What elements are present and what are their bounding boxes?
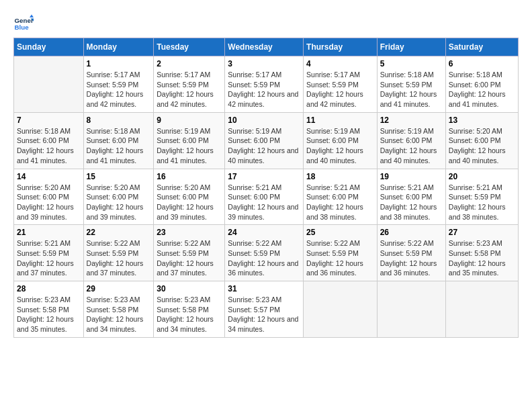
calendar-cell: 16 Sunrise: 5:20 AMSunset: 6:00 PMDaylig… [154,169,225,225]
day-number: 3 [228,59,300,68]
calendar-cell: 25 Sunrise: 5:22 AMSunset: 5:59 PMDaylig… [304,225,378,281]
day-info: Sunrise: 5:22 AMSunset: 5:59 PMDaylight:… [306,238,374,278]
day-info: Sunrise: 5:19 AMSunset: 6:00 PMDaylight:… [228,126,300,166]
calendar-cell: 4 Sunrise: 5:17 AMSunset: 5:59 PMDayligh… [304,56,378,113]
calendar-cell: 10 Sunrise: 5:19 AMSunset: 6:00 PMDaylig… [225,112,304,169]
calendar-cell: 13 Sunrise: 5:20 AMSunset: 6:00 PMDaylig… [445,112,518,169]
day-info: Sunrise: 5:21 AMSunset: 5:59 PMDaylight:… [17,238,81,278]
calendar-cell: 26 Sunrise: 5:22 AMSunset: 5:59 PMDaylig… [377,225,445,281]
day-number: 17 [228,172,300,181]
day-number: 14 [17,172,81,181]
calendar-cell: 24 Sunrise: 5:22 AMSunset: 5:59 PMDaylig… [225,225,304,281]
calendar-cell: 19 Sunrise: 5:21 AMSunset: 6:00 PMDaylig… [377,169,445,225]
calendar-cell: 29 Sunrise: 5:23 AMSunset: 5:58 PMDaylig… [83,281,154,338]
week-row-3: 14 Sunrise: 5:20 AMSunset: 6:00 PMDaylig… [14,169,519,225]
day-number: 22 [87,228,151,237]
header-row: SundayMondayTuesdayWednesdayThursdayFrid… [14,38,519,56]
calendar-cell: 5 Sunrise: 5:18 AMSunset: 5:59 PMDayligh… [377,56,445,113]
day-info: Sunrise: 5:17 AMSunset: 5:59 PMDaylight:… [87,70,151,109]
calendar-cell: 9 Sunrise: 5:19 AMSunset: 6:00 PMDayligh… [154,112,225,169]
svg-text:Blue: Blue [15,24,30,31]
day-info: Sunrise: 5:18 AMSunset: 6:00 PMDaylight:… [17,126,81,166]
day-info: Sunrise: 5:18 AMSunset: 5:59 PMDaylight:… [380,70,443,109]
day-info: Sunrise: 5:17 AMSunset: 5:59 PMDaylight:… [306,70,374,109]
page-header: General Blue [13,13,519,34]
day-info: Sunrise: 5:23 AMSunset: 5:57 PMDaylight:… [228,295,300,334]
day-info: Sunrise: 5:21 AMSunset: 5:59 PMDaylight:… [449,183,515,222]
week-row-2: 7 Sunrise: 5:18 AMSunset: 6:00 PMDayligh… [14,112,519,169]
day-info: Sunrise: 5:23 AMSunset: 5:58 PMDaylight:… [17,295,81,334]
day-number: 16 [157,172,222,181]
day-info: Sunrise: 5:18 AMSunset: 6:00 PMDaylight:… [449,70,515,109]
day-number: 28 [17,284,81,293]
header-thursday: Thursday [304,38,378,56]
header-tuesday: Tuesday [154,38,225,56]
day-number: 31 [228,284,300,293]
day-info: Sunrise: 5:23 AMSunset: 5:58 PMDaylight:… [157,295,222,334]
calendar-cell [445,281,518,338]
day-info: Sunrise: 5:21 AMSunset: 6:00 PMDaylight:… [228,183,300,222]
calendar-cell [304,281,378,338]
day-number: 13 [449,116,515,125]
calendar-cell: 27 Sunrise: 5:23 AMSunset: 5:58 PMDaylig… [445,225,518,281]
day-number: 19 [380,172,443,181]
day-info: Sunrise: 5:21 AMSunset: 6:00 PMDaylight:… [306,183,374,222]
svg-marker-2 [30,15,34,18]
week-row-5: 28 Sunrise: 5:23 AMSunset: 5:58 PMDaylig… [14,281,519,338]
day-number: 4 [306,59,374,68]
calendar-table: SundayMondayTuesdayWednesdayThursdayFrid… [13,38,519,338]
day-info: Sunrise: 5:22 AMSunset: 5:59 PMDaylight:… [380,238,443,278]
day-number: 12 [380,116,443,125]
day-info: Sunrise: 5:19 AMSunset: 6:00 PMDaylight:… [157,126,222,166]
day-info: Sunrise: 5:18 AMSunset: 6:00 PMDaylight:… [87,126,151,166]
day-info: Sunrise: 5:20 AMSunset: 6:00 PMDaylight:… [17,183,81,222]
calendar-cell [377,281,445,338]
day-info: Sunrise: 5:20 AMSunset: 6:00 PMDaylight:… [87,183,151,222]
logo-icon: General Blue [13,13,34,34]
day-number: 8 [87,116,151,125]
calendar-cell: 14 Sunrise: 5:20 AMSunset: 6:00 PMDaylig… [14,169,84,225]
day-number: 24 [228,228,300,237]
day-info: Sunrise: 5:20 AMSunset: 6:00 PMDaylight:… [449,126,515,166]
day-info: Sunrise: 5:19 AMSunset: 6:00 PMDaylight:… [380,126,443,166]
day-number: 21 [17,228,81,237]
svg-text:General: General [15,17,34,24]
header-sunday: Sunday [14,38,84,56]
day-info: Sunrise: 5:23 AMSunset: 5:58 PMDaylight:… [87,295,151,334]
calendar-cell: 11 Sunrise: 5:19 AMSunset: 6:00 PMDaylig… [304,112,378,169]
day-number: 20 [449,172,515,181]
day-number: 1 [87,59,151,68]
day-number: 29 [87,284,151,293]
day-info: Sunrise: 5:17 AMSunset: 5:59 PMDaylight:… [228,70,300,109]
day-number: 18 [306,172,374,181]
calendar-cell: 7 Sunrise: 5:18 AMSunset: 6:00 PMDayligh… [14,112,84,169]
header-wednesday: Wednesday [225,38,304,56]
calendar-cell [14,56,84,113]
calendar-cell: 2 Sunrise: 5:17 AMSunset: 5:59 PMDayligh… [154,56,225,113]
day-number: 23 [157,228,222,237]
calendar-cell: 23 Sunrise: 5:22 AMSunset: 5:59 PMDaylig… [154,225,225,281]
calendar-cell: 21 Sunrise: 5:21 AMSunset: 5:59 PMDaylig… [14,225,84,281]
calendar-cell: 28 Sunrise: 5:23 AMSunset: 5:58 PMDaylig… [14,281,84,338]
header-saturday: Saturday [445,38,518,56]
day-number: 15 [87,172,151,181]
calendar-cell: 22 Sunrise: 5:22 AMSunset: 5:59 PMDaylig… [83,225,154,281]
day-number: 30 [157,284,222,293]
calendar-cell: 30 Sunrise: 5:23 AMSunset: 5:58 PMDaylig… [154,281,225,338]
day-info: Sunrise: 5:19 AMSunset: 6:00 PMDaylight:… [306,126,374,166]
header-monday: Monday [83,38,154,56]
day-info: Sunrise: 5:22 AMSunset: 5:59 PMDaylight:… [157,238,222,278]
week-row-4: 21 Sunrise: 5:21 AMSunset: 5:59 PMDaylig… [14,225,519,281]
calendar-cell: 1 Sunrise: 5:17 AMSunset: 5:59 PMDayligh… [83,56,154,113]
logo: General Blue [13,13,36,34]
day-info: Sunrise: 5:20 AMSunset: 6:00 PMDaylight:… [157,183,222,222]
day-info: Sunrise: 5:22 AMSunset: 5:59 PMDaylight:… [228,238,300,278]
calendar-cell: 18 Sunrise: 5:21 AMSunset: 6:00 PMDaylig… [304,169,378,225]
day-number: 9 [157,116,222,125]
calendar-cell: 15 Sunrise: 5:20 AMSunset: 6:00 PMDaylig… [83,169,154,225]
day-info: Sunrise: 5:17 AMSunset: 5:59 PMDaylight:… [157,70,222,109]
day-number: 11 [306,116,374,125]
day-number: 26 [380,228,443,237]
day-number: 6 [449,59,515,68]
day-number: 5 [380,59,443,68]
